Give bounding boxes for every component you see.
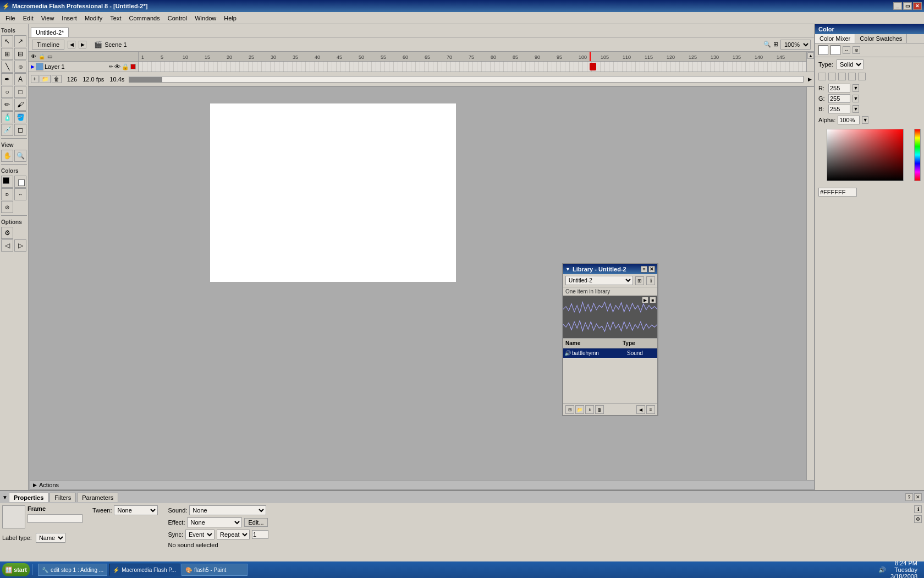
start-button[interactable]: 🪟 start — [2, 563, 30, 576]
color-swatches-tab[interactable]: Color Swatches — [855, 34, 907, 43]
hue-bar[interactable] — [914, 129, 921, 181]
color-icon-3[interactable] — [838, 73, 846, 80]
color-type-select[interactable]: Solid — [837, 59, 864, 69]
zoom-tool[interactable]: 🔍 — [14, 150, 26, 162]
brush-tool[interactable]: 🖌 — [14, 99, 26, 111]
transform-tool[interactable]: ⊞ — [1, 48, 13, 60]
line-tool[interactable]: ╲ — [1, 61, 13, 73]
pen-tool[interactable]: ✒ — [1, 73, 13, 85]
subselect-tool[interactable]: ↗ — [14, 35, 26, 47]
lib-row-battlehymn[interactable]: 🔊 battlehymn Sound — [563, 348, 657, 358]
lib-new-folder-btn[interactable]: 📁 — [575, 405, 584, 414]
menu-control[interactable]: Control — [164, 14, 190, 23]
timeline-button[interactable]: Timeline — [32, 40, 64, 50]
playhead[interactable] — [590, 52, 591, 61]
prop-labeltype-select[interactable]: Name — [36, 533, 65, 543]
option-btn-1[interactable]: ⚙ — [1, 227, 13, 239]
prop-repeat-select[interactable]: Repeat — [217, 530, 250, 539]
prop-edit-btn[interactable]: Edit... — [244, 518, 267, 527]
stage-scrollbar-right[interactable] — [806, 87, 814, 503]
taskbar-item-0[interactable]: 🔧 edit step 1 : Adding ... — [38, 564, 107, 576]
rect-tool[interactable]: □ — [14, 86, 26, 98]
pencil-tool[interactable]: ✏ — [1, 99, 13, 111]
prop-sound-select[interactable]: None — [189, 505, 266, 515]
prop-close-btn[interactable]: ✕ — [914, 493, 922, 501]
lib-delete-btn[interactable]: 🗑 — [595, 405, 604, 414]
prop-collapse-icon[interactable]: ▼ — [2, 494, 8, 500]
gradient-tool[interactable]: ⊟ — [14, 48, 26, 60]
menu-modify[interactable]: Modify — [81, 14, 106, 23]
menu-view[interactable]: View — [38, 14, 58, 23]
fill-color-preview[interactable] — [818, 45, 828, 55]
option-btn-3[interactable]: ▷ — [14, 239, 26, 252]
lib-dropdown[interactable]: Untitled-2 — [565, 276, 633, 285]
option-btn-2[interactable]: ◁ — [1, 239, 13, 252]
prop-effect-select[interactable]: None — [187, 517, 242, 527]
stage-area[interactable]: ▼ Library - Untitled-2 ≡ ✕ Untitled-2 ⊞ — [29, 87, 814, 503]
color-icon-2[interactable] — [828, 73, 836, 80]
menu-text[interactable]: Text — [107, 14, 124, 23]
doc-tab[interactable]: Untitled-2* — [31, 28, 69, 37]
fill-color-btn[interactable] — [14, 176, 26, 188]
lasso-tool[interactable]: ⌾ — [14, 61, 26, 73]
prop-tab-filters[interactable]: Filters — [50, 493, 76, 502]
prop-frame-name-input[interactable] — [28, 514, 82, 523]
lib-menu-btn[interactable]: ≡ — [641, 266, 647, 272]
text-tool[interactable]: A — [14, 73, 26, 85]
delete-layer-btn[interactable]: 🗑 — [52, 75, 62, 83]
layer-eye[interactable]: 👁 — [114, 63, 120, 70]
alpha-input[interactable] — [838, 116, 860, 124]
prop-info-icon[interactable]: ℹ — [914, 505, 922, 513]
hand-tool[interactable]: ✋ — [1, 150, 13, 162]
lib-close-btn[interactable]: ✕ — [648, 266, 655, 272]
stroke-color-btn[interactable] — [1, 176, 13, 188]
color-nocolor-btn[interactable]: ⊘ — [853, 46, 860, 54]
frame-scrubber[interactable] — [129, 76, 804, 83]
color-icon-1[interactable] — [818, 73, 826, 80]
minimize-button[interactable]: _ — [893, 2, 902, 10]
timeline-nav-left[interactable]: ◀ — [68, 41, 75, 48]
timeline-scrollbar[interactable]: ▲ — [806, 52, 814, 72]
lib-new-btn[interactable]: ⊞ — [635, 276, 644, 285]
prop-sync-select[interactable]: Event — [185, 530, 215, 539]
zoom-select[interactable]: 100% 50% 200% — [780, 40, 811, 50]
timeline-nav-right[interactable]: ▶ — [79, 41, 86, 48]
restore-button[interactable]: ▭ — [903, 2, 912, 10]
no-color-btn[interactable]: ⊘ — [1, 201, 13, 213]
paint-tool[interactable]: 🪣 — [14, 111, 26, 123]
taskbar-item-1[interactable]: ⚡ Macromedia Flash P... — [109, 564, 180, 576]
lib-props-footer-btn[interactable]: ℹ — [585, 405, 594, 414]
g-slider[interactable]: ▼ — [853, 95, 859, 102]
prop-help-btn[interactable]: ? — [905, 493, 913, 501]
lib-menu-footer-btn[interactable]: ≡ — [646, 405, 655, 414]
add-folder-btn[interactable]: 📁 — [40, 75, 51, 83]
color-icon-5[interactable] — [858, 73, 866, 80]
add-layer-btn[interactable]: + — [31, 75, 38, 83]
menu-file[interactable]: File — [2, 14, 19, 23]
lib-nav-left-btn[interactable]: ◀ — [636, 405, 645, 414]
r-input[interactable] — [828, 84, 850, 92]
volume-icon[interactable]: 🔊 — [878, 566, 886, 574]
lib-new-symbol-btn[interactable]: ⊞ — [565, 405, 574, 414]
preview-play-btn[interactable]: ▶ — [642, 297, 648, 303]
menu-help[interactable]: Help — [221, 14, 240, 23]
default-colors-btn[interactable]: D — [1, 188, 13, 200]
b-slider[interactable]: ▼ — [853, 105, 859, 113]
prop-tab-parameters[interactable]: Parameters — [77, 493, 118, 502]
ink-tool[interactable]: 🧴 — [1, 111, 13, 123]
stroke-color-preview[interactable] — [831, 45, 840, 55]
hex-input[interactable] — [818, 188, 857, 197]
lib-collapse-icon[interactable]: ▼ — [565, 266, 570, 272]
color-mixer-tab[interactable]: Color Mixer — [815, 34, 855, 43]
actions-collapse[interactable]: ▶ — [33, 482, 37, 488]
color-gradient-picker[interactable] — [827, 129, 904, 181]
title-bar-controls[interactable]: _ ▭ ✕ — [893, 2, 922, 10]
prop-tween-select[interactable]: None — [114, 505, 158, 515]
lib-props-btn[interactable]: ℹ — [646, 276, 655, 285]
alpha-slider[interactable]: ▼ — [862, 116, 868, 124]
color-icon-4[interactable] — [848, 73, 856, 80]
close-button[interactable]: ✕ — [913, 2, 922, 10]
frames-row[interactable] — [139, 62, 806, 72]
b-input[interactable] — [828, 105, 850, 113]
arrow-tool[interactable]: ↖ — [1, 35, 13, 47]
